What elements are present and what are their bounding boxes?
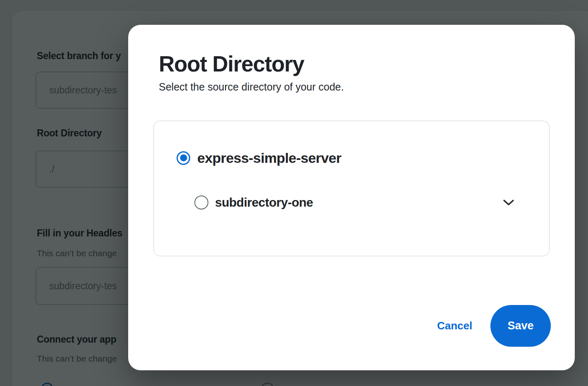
cancel-button[interactable]: Cancel: [437, 320, 472, 332]
directory-options-box: express-simple-server subdirectory-one: [153, 121, 550, 256]
option-express-simple-server[interactable]: express-simple-server: [177, 148, 341, 167]
option-label: express-simple-server: [197, 150, 341, 166]
modal-subtitle: Select the source directory of your code…: [159, 80, 344, 94]
screen: Select branch for y subdirectory-tes Roo…: [0, 0, 588, 386]
chevron-down-icon[interactable]: [503, 199, 514, 206]
radio-unselected-icon[interactable]: [194, 195, 208, 210]
root-directory-modal: Root Directory Select the source directo…: [128, 25, 575, 370]
modal-title: Root Directory: [159, 52, 304, 76]
option-label: subdirectory-one: [215, 195, 313, 210]
radio-selected-icon[interactable]: [177, 151, 190, 165]
save-button[interactable]: Save: [490, 305, 551, 347]
option-subdirectory-one[interactable]: subdirectory-one: [194, 193, 514, 212]
